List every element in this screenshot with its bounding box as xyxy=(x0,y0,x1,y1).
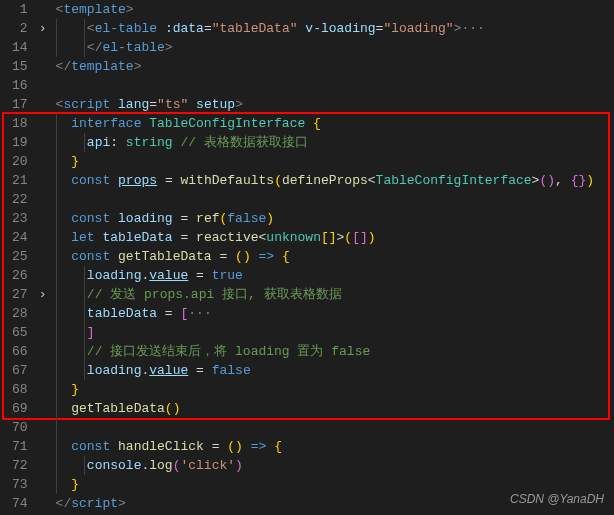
line-number: 20 xyxy=(12,152,28,171)
line-number: 69 xyxy=(12,399,28,418)
line-number: 72 xyxy=(12,456,28,475)
fold-placeholder[interactable] xyxy=(36,0,50,19)
code-line[interactable]: </el-table> xyxy=(54,38,614,57)
line-number: 18 xyxy=(12,114,28,133)
fold-placeholder[interactable] xyxy=(36,228,50,247)
line-number: 23 xyxy=(12,209,28,228)
line-number-gutter: 1214151617181920212223242526272865666768… xyxy=(0,0,36,515)
fold-placeholder[interactable] xyxy=(36,494,50,513)
line-number: 67 xyxy=(12,361,28,380)
code-line[interactable]: } xyxy=(54,152,614,171)
code-line[interactable]: } xyxy=(54,380,614,399)
fold-placeholder[interactable] xyxy=(36,57,50,76)
fold-placeholder[interactable] xyxy=(36,475,50,494)
line-number: 28 xyxy=(12,304,28,323)
fold-placeholder[interactable] xyxy=(36,266,50,285)
line-number: 16 xyxy=(12,76,28,95)
code-line[interactable]: </template> xyxy=(54,57,614,76)
fold-placeholder[interactable] xyxy=(36,380,50,399)
code-line[interactable]: console.log('click') xyxy=(54,456,614,475)
line-number: 68 xyxy=(12,380,28,399)
fold-chevron-icon[interactable]: › xyxy=(36,19,50,38)
code-line[interactable]: getTableData() xyxy=(54,399,614,418)
line-number: 14 xyxy=(12,38,28,57)
line-number: 66 xyxy=(12,342,28,361)
line-number: 1 xyxy=(12,0,28,19)
code-line[interactable]: const loading = ref(false) xyxy=(54,209,614,228)
code-area[interactable]: <template> <el-table :data="tableData" v… xyxy=(50,0,614,515)
code-line[interactable]: <template> xyxy=(54,0,614,19)
fold-placeholder[interactable] xyxy=(36,418,50,437)
code-line[interactable]: const handleClick = () => { xyxy=(54,437,614,456)
watermark-text: CSDN @YanaDH xyxy=(510,490,604,509)
line-number: 74 xyxy=(12,494,28,513)
code-line[interactable]: const getTableData = () => { xyxy=(54,247,614,266)
code-line[interactable]: const props = withDefaults(defineProps<T… xyxy=(54,171,614,190)
line-number: 71 xyxy=(12,437,28,456)
fold-placeholder[interactable] xyxy=(36,209,50,228)
line-number: 19 xyxy=(12,133,28,152)
code-line[interactable]: interface TableConfigInterface { xyxy=(54,114,614,133)
fold-placeholder[interactable] xyxy=(36,190,50,209)
fold-placeholder[interactable] xyxy=(36,152,50,171)
line-number: 70 xyxy=(12,418,28,437)
code-line[interactable]: <script lang="ts" setup> xyxy=(54,95,614,114)
line-number: 24 xyxy=(12,228,28,247)
line-number: 65 xyxy=(12,323,28,342)
fold-placeholder[interactable] xyxy=(36,456,50,475)
fold-placeholder[interactable] xyxy=(36,133,50,152)
code-line[interactable] xyxy=(54,418,614,437)
code-line[interactable]: let tableData = reactive<unknown[]>([]) xyxy=(54,228,614,247)
line-number: 25 xyxy=(12,247,28,266)
code-line[interactable]: tableData = [··· xyxy=(54,304,614,323)
line-number: 21 xyxy=(12,171,28,190)
fold-placeholder[interactable] xyxy=(36,171,50,190)
code-line[interactable]: loading.value = true xyxy=(54,266,614,285)
fold-column[interactable]: ›› xyxy=(36,0,50,515)
line-number: 22 xyxy=(12,190,28,209)
fold-placeholder[interactable] xyxy=(36,76,50,95)
line-number: 73 xyxy=(12,475,28,494)
line-number: 2 xyxy=(12,19,28,38)
fold-placeholder[interactable] xyxy=(36,342,50,361)
fold-placeholder[interactable] xyxy=(36,304,50,323)
code-line[interactable]: <el-table :data="tableData" v-loading="l… xyxy=(54,19,614,38)
code-line[interactable] xyxy=(54,190,614,209)
code-line[interactable]: // 发送 props.api 接口, 获取表格数据 xyxy=(54,285,614,304)
line-number: 26 xyxy=(12,266,28,285)
line-number: 27 xyxy=(12,285,28,304)
code-line[interactable]: api: string // 表格数据获取接口 xyxy=(54,133,614,152)
fold-placeholder[interactable] xyxy=(36,95,50,114)
fold-placeholder[interactable] xyxy=(36,247,50,266)
fold-placeholder[interactable] xyxy=(36,437,50,456)
code-editor[interactable]: 1214151617181920212223242526272865666768… xyxy=(0,0,614,515)
fold-placeholder[interactable] xyxy=(36,323,50,342)
fold-placeholder[interactable] xyxy=(36,114,50,133)
fold-placeholder[interactable] xyxy=(36,399,50,418)
line-number: 17 xyxy=(12,95,28,114)
code-line[interactable]: // 接口发送结束后，将 loading 置为 false xyxy=(54,342,614,361)
code-line[interactable] xyxy=(54,76,614,95)
code-line[interactable]: loading.value = false xyxy=(54,361,614,380)
line-number: 15 xyxy=(12,57,28,76)
fold-placeholder[interactable] xyxy=(36,361,50,380)
fold-placeholder[interactable] xyxy=(36,38,50,57)
code-line[interactable]: ] xyxy=(54,323,614,342)
fold-chevron-icon[interactable]: › xyxy=(36,285,50,304)
